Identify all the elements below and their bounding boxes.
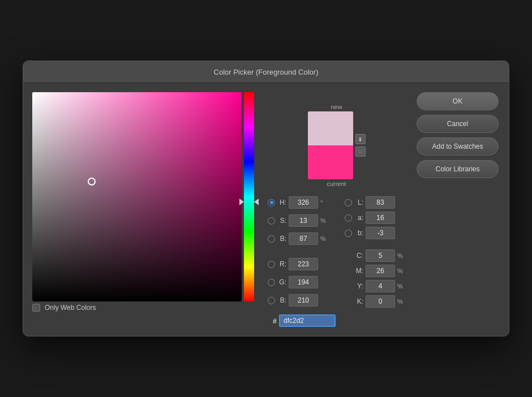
dialog-body: Only Web Colors new ▮ □ current bbox=[23, 83, 509, 336]
g-label: G: bbox=[277, 278, 286, 286]
dialog-titlebar: Color Picker (Foreground Color) bbox=[23, 61, 509, 83]
swatch-area: new ▮ □ current bbox=[268, 103, 405, 187]
b-rgb-row: B: bbox=[268, 294, 336, 307]
g-input[interactable] bbox=[289, 276, 318, 288]
b-hsb-label: B: bbox=[277, 235, 286, 243]
b-rgb-input[interactable] bbox=[289, 294, 318, 307]
controls-area: H: ° S: % B: bbox=[268, 196, 405, 327]
left-column: Only Web Colors bbox=[32, 92, 254, 327]
add-to-swatches-button[interactable]: Add to Swatches bbox=[417, 137, 499, 156]
swatch-container: ▮ □ bbox=[308, 111, 366, 179]
hex-row: # bbox=[268, 314, 336, 327]
b-hsb-radio[interactable] bbox=[268, 235, 275, 243]
m-row: M: % bbox=[345, 265, 405, 277]
k-label: K: bbox=[354, 297, 363, 305]
only-web-colors-label: Only Web Colors bbox=[45, 304, 96, 312]
h-radio[interactable] bbox=[268, 199, 275, 206]
b-hsb-row: B: % bbox=[268, 232, 336, 245]
c-unit: % bbox=[397, 252, 405, 259]
b-rgb-label: B: bbox=[277, 296, 286, 304]
l-input[interactable] bbox=[366, 196, 395, 209]
swatch-current[interactable] bbox=[308, 145, 353, 179]
a-radio[interactable] bbox=[345, 214, 352, 222]
h-label: H: bbox=[277, 198, 286, 206]
h-input[interactable] bbox=[289, 196, 318, 209]
current-label: current bbox=[327, 180, 346, 187]
y-unit: % bbox=[397, 283, 405, 290]
lab-cmyk-column: L: a: b: bbox=[345, 196, 405, 327]
k-row: K: % bbox=[345, 295, 405, 308]
y-input[interactable] bbox=[366, 280, 395, 292]
l-row: L: bbox=[345, 196, 405, 209]
c-input[interactable] bbox=[366, 249, 395, 262]
s-unit: % bbox=[320, 217, 328, 224]
h-row: H: ° bbox=[268, 196, 336, 209]
m-unit: % bbox=[397, 267, 405, 274]
hue-strip-wrapper bbox=[244, 92, 254, 301]
hex-label: # bbox=[268, 317, 277, 325]
m-input[interactable] bbox=[366, 265, 395, 277]
right-section: OK Cancel Add to Swatches Color Librarie… bbox=[417, 92, 501, 327]
hue-strip[interactable] bbox=[244, 92, 254, 301]
cube-icon[interactable]: ▮ bbox=[355, 134, 366, 144]
a-label: a: bbox=[354, 214, 363, 222]
s-input[interactable] bbox=[289, 214, 318, 227]
new-label: new bbox=[331, 103, 342, 110]
web-safe-icon[interactable]: □ bbox=[355, 146, 366, 157]
a-input[interactable] bbox=[366, 212, 395, 224]
b-rgb-radio[interactable] bbox=[268, 297, 275, 304]
s-label: S: bbox=[277, 217, 286, 225]
l-radio[interactable] bbox=[345, 199, 352, 206]
s-row: S: % bbox=[268, 214, 336, 227]
r-label: R: bbox=[277, 260, 286, 268]
color-field-wrapper bbox=[32, 92, 254, 301]
r-radio[interactable] bbox=[268, 261, 275, 268]
s-radio[interactable] bbox=[268, 217, 275, 225]
dialog-title: Color Picker (Foreground Color) bbox=[214, 68, 319, 76]
g-row: G: bbox=[268, 276, 336, 288]
hue-arrow-right bbox=[239, 198, 244, 205]
y-label: Y: bbox=[354, 282, 363, 290]
hue-arrow-left bbox=[254, 198, 259, 205]
color-picker-dialog: Color Picker (Foreground Color) Only Web… bbox=[23, 61, 509, 336]
color-libraries-button[interactable]: Color Libraries bbox=[417, 160, 499, 178]
swatch-new[interactable] bbox=[308, 111, 353, 145]
swatch-icons: ▮ □ bbox=[355, 134, 366, 157]
b-hsb-input[interactable] bbox=[289, 232, 318, 245]
m-label: M: bbox=[354, 267, 363, 275]
b-lab-label: b: bbox=[354, 229, 363, 237]
only-web-colors-checkbox[interactable] bbox=[32, 304, 40, 312]
c-row: C: % bbox=[345, 249, 405, 262]
b-lab-input[interactable] bbox=[366, 227, 395, 239]
center-column: new ▮ □ current bbox=[261, 92, 405, 327]
h-unit: ° bbox=[320, 199, 328, 206]
hex-input[interactable] bbox=[279, 314, 336, 327]
color-field[interactable] bbox=[32, 92, 242, 301]
b-hsb-unit: % bbox=[320, 235, 328, 242]
b-lab-radio[interactable] bbox=[345, 230, 352, 237]
y-row: Y: % bbox=[345, 280, 405, 292]
r-row: R: bbox=[268, 258, 336, 270]
swatch-stack[interactable] bbox=[308, 111, 353, 179]
color-field-background bbox=[32, 92, 242, 301]
only-web-colors-row: Only Web Colors bbox=[32, 304, 254, 312]
cancel-button[interactable]: Cancel bbox=[417, 115, 499, 133]
r-input[interactable] bbox=[289, 258, 318, 270]
c-label: C: bbox=[354, 252, 363, 260]
k-input[interactable] bbox=[366, 295, 395, 308]
ok-button[interactable]: OK bbox=[417, 92, 499, 110]
hsb-rgb-column: H: ° S: % B: bbox=[268, 196, 336, 327]
a-row: a: bbox=[345, 212, 405, 224]
b-lab-row: b: bbox=[345, 227, 405, 239]
k-unit: % bbox=[397, 298, 405, 305]
g-radio[interactable] bbox=[268, 279, 275, 286]
l-label: L: bbox=[354, 198, 363, 206]
